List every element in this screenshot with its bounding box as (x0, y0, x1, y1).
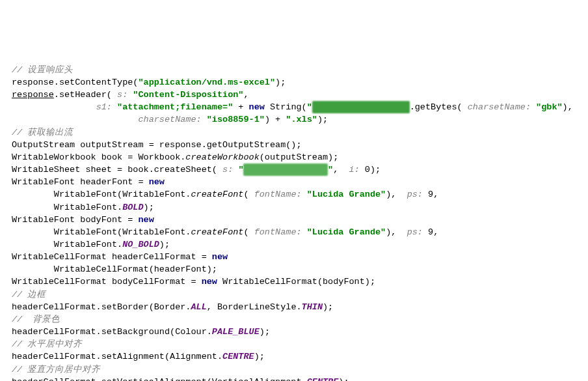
code-line: headerCellFormat.setVerticalAlignment(Ve… (12, 377, 349, 381)
code-editor[interactable]: // 设置响应头 response.setContentType("applic… (0, 50, 588, 381)
code-line: WritableFont(WritableFont.createFont( fo… (12, 190, 438, 199)
redacted-text: ████████████████ (243, 163, 328, 176)
comment-line: // 获取输出流 (12, 128, 73, 137)
code-line: OutputStream outputStream = response.get… (12, 140, 302, 150)
code-line: WritableWorkbook book = Workbook.createW… (12, 152, 338, 162)
code-line: WritableSheet sheet = book.createSheet( … (12, 165, 381, 175)
code-line: WritableFont(WritableFont.createFont( fo… (12, 227, 438, 237)
code-line: response.setHeader( s: "Content-Disposit… (12, 90, 249, 100)
code-line: headerCellFormat.setBorder(Border.ALL, B… (12, 302, 333, 312)
code-line: headerCellFormat.setAlignment(Alignment.… (12, 352, 265, 361)
redacted-text: ██████████████████ (312, 101, 410, 113)
code-line: headerCellFormat.setBackground(Colour.PA… (12, 327, 270, 337)
code-line: response.setContentType("application/vnd… (12, 78, 286, 87)
code-line: WritableFont.NO_BOLD); (12, 240, 170, 249)
code-line: charsetName: "iso8859-1") + ".xls"); (12, 115, 328, 124)
code-line: WritableCellFormat(headerFont); (12, 264, 217, 274)
code-line: WritableFont bodyFont = new (12, 215, 154, 225)
code-line: WritableCellFormat headerCellFormat = ne… (12, 252, 228, 262)
comment-line: // 设置响应头 (12, 65, 73, 75)
code-line: WritableFont.BOLD); (12, 203, 154, 212)
comment-line: // 竖直方向居中对齐 (12, 365, 100, 374)
code-line: WritableFont headerFont = new (12, 177, 165, 187)
comment-line: // 水平居中对齐 (12, 339, 82, 349)
code-line: s1: "attachment;filename=" + new String(… (12, 102, 573, 112)
comment-line: // 背景色 (12, 315, 60, 324)
comment-line: // 边框 (12, 290, 46, 300)
code-line: WritableCellFormat bodyCellFormat = new … (12, 277, 375, 287)
